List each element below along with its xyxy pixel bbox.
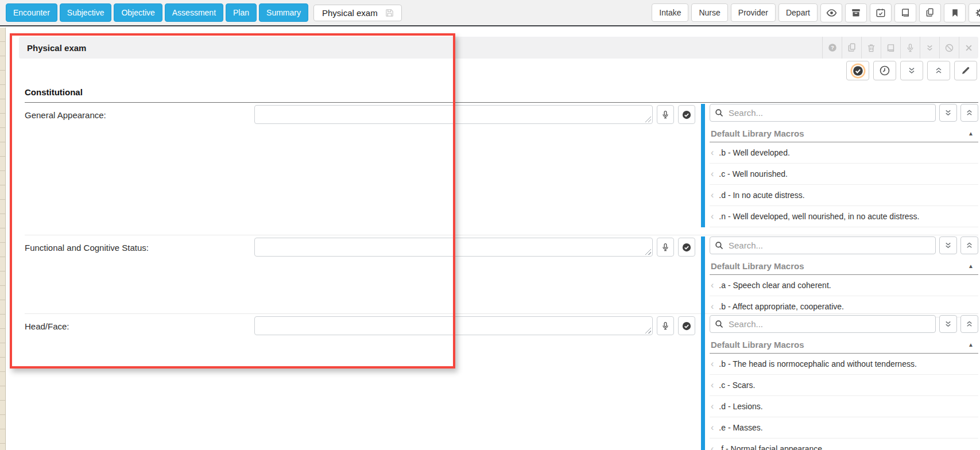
macro-item[interactable]: ‹ .b - The head is normocephalic and wit… [710,354,978,375]
macro-item[interactable]: ‹ .n - Well developed, well nourished, i… [710,206,978,227]
group-heading-constitutional: Constitutional [25,87,978,103]
macro-item[interactable]: ‹ .d - In no acute distress. [710,185,978,206]
field-input-group [254,235,695,257]
macros-header[interactable]: Default Library Macros ▲ [710,257,978,275]
field-input-group [254,314,695,335]
exam-field-row: Head/Face: [25,313,978,450]
macro-search-input[interactable] [710,236,936,254]
triangle-up-icon: ▲ [968,342,975,348]
chevron-left-icon: ‹ [711,280,714,290]
calendar-check-icon[interactable] [870,3,892,22]
macro-item-label: .c - Scars. [719,381,755,390]
section-header-icons: ? [822,37,978,59]
exam-note-textarea[interactable] [254,316,653,335]
macros-list: ‹ .b - Well developed. ‹ .c - Well nouri… [710,142,978,227]
pencil-icon[interactable] [954,61,977,80]
macro-item[interactable]: ‹ .a - Speech clear and coherent. [710,275,978,296]
double-chevron-down-icon[interactable] [939,236,957,254]
nav-button-plan[interactable]: Plan [226,3,257,22]
field-label: General Appearance: [25,103,254,120]
double-chevron-up-icon[interactable] [960,315,978,333]
macros-list: ‹ .b - The head is normocephalic and wit… [710,354,978,450]
macro-item-label: .b - Well developed. [719,148,789,157]
search-icon [714,108,724,118]
macros-list: ‹ .a - Speech clear and coherent. ‹ .b -… [710,275,978,317]
macro-item[interactable]: ‹ .b - Affect appropriate, cooperative. [710,296,978,317]
copy-icon[interactable] [842,37,861,59]
macro-search-input[interactable] [710,104,936,122]
check-circle-icon[interactable] [678,316,695,335]
archive-box-icon[interactable] [845,3,867,22]
double-chevron-down-icon[interactable] [920,37,939,59]
provider-button[interactable]: Provider [731,3,776,22]
encounter-form-area: Physical exam ? [19,37,978,450]
book-icon[interactable] [881,37,900,59]
macro-item[interactable]: ‹ .d - Lesions. [710,396,978,417]
search-icon [714,240,724,250]
help-circle-icon[interactable]: ? [822,37,842,59]
intake-button[interactable]: Intake [652,3,688,22]
chevron-left-icon: ‹ [711,359,714,369]
double-chevron-down-icon[interactable] [939,315,957,333]
chevron-left-icon: ‹ [711,401,714,412]
macros-panel: Default Library Macros ▲ ‹ .b - Well dev… [701,104,978,227]
macro-item-label: .b - Affect appropriate, cooperative. [719,302,844,311]
macro-item[interactable]: ‹ .f - Normal facial appearance. [710,439,978,450]
book-icon[interactable] [894,3,916,22]
search-box [710,104,936,122]
macros-title: Default Library Macros [711,129,968,138]
macros-title: Default Library Macros [711,261,968,271]
field-label: Head/Face: [25,314,254,331]
check-circle-icon[interactable] [678,238,695,257]
macros-header[interactable]: Default Library Macros ▲ [710,124,978,142]
microphone-icon[interactable] [657,105,674,124]
nav-button-summary[interactable]: Summary [259,3,308,22]
macros-header[interactable]: Default Library Macros ▲ [710,335,978,354]
physical-exam-section-header: Physical exam ? [19,37,978,59]
nav-button-objective[interactable]: Objective [114,3,162,22]
macro-item[interactable]: ‹ .c - Scars. [710,375,978,396]
macro-search-row [710,104,978,122]
microphone-icon[interactable] [900,37,920,59]
depart-button[interactable]: Depart [778,3,818,22]
macro-search-input[interactable] [710,315,936,333]
triangle-up-icon: ▲ [968,130,975,137]
nav-button-assessment[interactable]: Assessment [165,3,223,22]
ban-icon[interactable] [939,37,959,59]
exam-note-textarea[interactable] [254,105,653,124]
macro-item-label: .a - Speech clear and coherent. [719,281,831,290]
copy-icon[interactable] [919,3,941,22]
bookmark-icon[interactable] [944,3,966,22]
svg-text:?: ? [831,45,834,51]
chevron-left-icon: ‹ [711,422,714,433]
microphone-icon[interactable] [657,316,674,335]
nav-button-subjective[interactable]: Subjective [60,3,112,22]
eye-icon[interactable] [820,3,842,22]
macro-item[interactable]: ‹ .e - Masses. [710,417,978,439]
exam-field-row: General Appearance: [25,103,978,235]
microphone-icon[interactable] [657,238,674,257]
chevron-left-icon: ‹ [711,190,714,200]
triangle-up-icon: ▲ [968,263,975,269]
macros-panel: Default Library Macros ▲ ‹ .a - Speech c… [701,236,978,317]
form-rows: General Appearance: [25,103,978,450]
double-chevron-down-icon[interactable] [939,104,957,122]
trash-icon[interactable] [861,37,881,59]
clock-icon[interactable] [873,61,896,80]
check-circle-icon[interactable] [846,61,869,80]
exam-note-textarea[interactable] [254,238,653,257]
chevron-left-icon: ‹ [711,380,714,390]
gear-icon[interactable] [969,3,980,22]
nurse-button[interactable]: Nurse [691,3,727,22]
close-icon[interactable] [959,37,978,59]
tab-physical-exam[interactable]: Physical exam [313,5,402,21]
nav-button-encounter[interactable]: Encounter [6,3,57,22]
macro-item[interactable]: ‹ .b - Well developed. [710,142,978,164]
topbar-right-group: Intake Nurse Provider Depart [652,3,980,22]
check-circle-icon[interactable] [678,105,695,124]
double-chevron-down-icon[interactable] [900,61,923,80]
macro-item[interactable]: ‹ .c - Well nourished. [710,164,978,185]
double-chevron-up-icon[interactable] [960,236,978,254]
double-chevron-up-icon[interactable] [927,61,950,80]
double-chevron-up-icon[interactable] [960,104,978,122]
